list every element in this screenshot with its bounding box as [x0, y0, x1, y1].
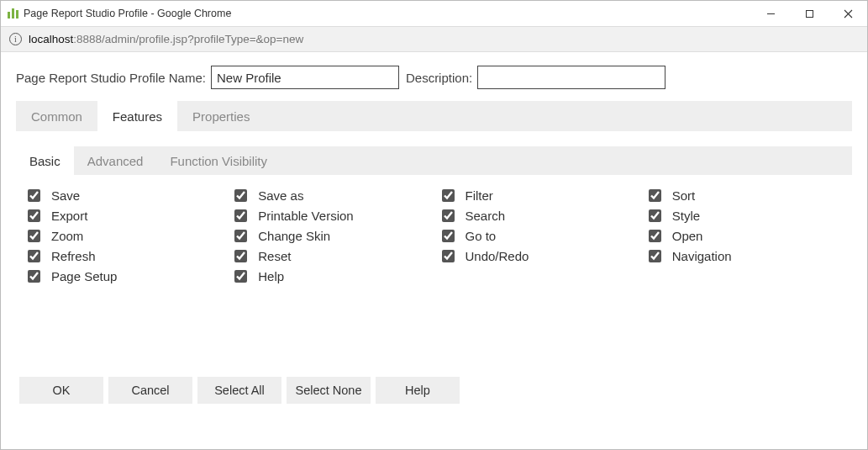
tab-properties[interactable]: Properties: [177, 101, 265, 131]
subtab-basic[interactable]: Basic: [16, 146, 74, 175]
feature-label: Page Setup: [51, 269, 117, 283]
sub-tabs: BasicAdvancedFunction Visibility: [16, 146, 852, 175]
window-title: Page Report Studio Profile - Google Chro…: [24, 8, 751, 19]
select-none-button[interactable]: Select None: [287, 377, 371, 404]
subtab-advanced[interactable]: Advanced: [74, 146, 157, 175]
feature-save[interactable]: Save: [24, 187, 223, 204]
feature-label: Refresh: [51, 249, 96, 263]
cancel-button[interactable]: Cancel: [108, 377, 192, 404]
profile-name-input[interactable]: [211, 66, 399, 89]
feature-checkbox[interactable]: [234, 250, 247, 262]
subtab-function-visibility[interactable]: Function Visibility: [156, 146, 281, 175]
window-controls: [751, 1, 867, 26]
action-buttons: OK Cancel Select All Select None Help: [16, 377, 852, 404]
ok-button[interactable]: OK: [19, 377, 103, 404]
feature-label: Printable Version: [258, 209, 353, 223]
feature-navigation[interactable]: Navigation: [645, 247, 844, 265]
feature-zoom[interactable]: Zoom: [24, 227, 223, 245]
description-label: Description:: [406, 71, 472, 85]
feature-label: Navigation: [672, 249, 732, 263]
feature-checkbox[interactable]: [28, 270, 40, 283]
feature-column: FilterSearchGo toUndo/Redo: [439, 187, 637, 285]
feature-checkbox[interactable]: [28, 230, 40, 242]
feature-checkbox[interactable]: [649, 230, 661, 242]
feature-checkbox[interactable]: [649, 189, 661, 202]
feature-label: Export: [51, 209, 87, 223]
svg-rect-1: [806, 10, 813, 17]
url-path: :8888/admin/profile.jsp?profileType=&op=…: [73, 33, 303, 45]
select-all-button[interactable]: Select All: [197, 377, 281, 404]
tab-common[interactable]: Common: [16, 101, 97, 131]
feature-checkbox[interactable]: [28, 209, 40, 222]
feature-checkbox[interactable]: [28, 250, 40, 262]
feature-checkbox[interactable]: [649, 250, 661, 262]
feature-checkbox[interactable]: [649, 209, 661, 222]
tab-features[interactable]: Features: [97, 101, 177, 131]
feature-checkbox[interactable]: [442, 189, 455, 202]
feature-reset[interactable]: Reset: [231, 247, 429, 265]
feature-printable-version[interactable]: Printable Version: [231, 207, 429, 225]
feature-label: Reset: [258, 249, 291, 263]
url-host: localhost: [29, 33, 73, 45]
profile-form-row: Page Report Studio Profile Name: Descrip…: [16, 66, 852, 89]
feature-label: Change Skin: [258, 229, 330, 243]
address-bar: i localhost:8888/admin/profile.jsp?profi…: [1, 27, 867, 52]
feature-go-to[interactable]: Go to: [439, 227, 637, 245]
feature-refresh[interactable]: Refresh: [24, 247, 223, 265]
feature-checkbox[interactable]: [234, 230, 247, 242]
feature-checkbox[interactable]: [28, 189, 40, 202]
minimize-button[interactable]: [751, 1, 790, 26]
feature-label: Undo/Redo: [466, 249, 529, 263]
feature-label: Style: [672, 209, 700, 223]
feature-column: SaveExportZoomRefreshPage Setup: [24, 187, 223, 285]
feature-search[interactable]: Search: [439, 207, 637, 225]
feature-filter[interactable]: Filter: [439, 187, 637, 204]
feature-page-setup[interactable]: Page Setup: [24, 267, 223, 285]
url-text[interactable]: localhost:8888/admin/profile.jsp?profile…: [29, 33, 303, 45]
feature-style[interactable]: Style: [645, 207, 844, 225]
feature-export[interactable]: Export: [24, 207, 223, 225]
window-titlebar: Page Report Studio Profile - Google Chro…: [1, 1, 867, 27]
close-button[interactable]: [829, 1, 867, 26]
main-tabs: CommonFeaturesProperties: [16, 101, 852, 131]
feature-checkbox[interactable]: [442, 230, 455, 242]
feature-sort[interactable]: Sort: [645, 187, 844, 204]
app-icon: [8, 8, 18, 19]
feature-label: Filter: [466, 188, 493, 203]
features-grid: SaveExportZoomRefreshPage SetupSave asPr…: [16, 175, 852, 377]
feature-label: Save: [51, 188, 80, 203]
feature-undo-redo[interactable]: Undo/Redo: [439, 247, 637, 265]
feature-label: Sort: [672, 188, 696, 203]
feature-label: Search: [466, 209, 506, 223]
feature-label: Help: [258, 269, 284, 283]
feature-help[interactable]: Help: [231, 267, 429, 285]
feature-checkbox[interactable]: [442, 209, 455, 222]
feature-column: SortStyleOpenNavigation: [645, 187, 844, 285]
feature-open[interactable]: Open: [645, 227, 844, 245]
feature-column: Save asPrintable VersionChange SkinReset…: [231, 187, 429, 285]
help-button[interactable]: Help: [376, 377, 460, 404]
feature-label: Save as: [258, 188, 303, 203]
feature-checkbox[interactable]: [442, 250, 455, 262]
feature-checkbox[interactable]: [234, 189, 247, 202]
feature-label: Zoom: [51, 229, 83, 243]
feature-label: Go to: [466, 229, 497, 243]
feature-change-skin[interactable]: Change Skin: [231, 227, 429, 245]
maximize-button[interactable]: [790, 1, 829, 26]
feature-label: Open: [672, 229, 703, 243]
feature-checkbox[interactable]: [234, 209, 247, 222]
description-input[interactable]: [477, 66, 665, 89]
feature-save-as[interactable]: Save as: [231, 187, 429, 204]
feature-checkbox[interactable]: [234, 270, 247, 283]
profile-name-label: Page Report Studio Profile Name:: [16, 71, 206, 85]
site-info-icon[interactable]: i: [9, 33, 22, 45]
